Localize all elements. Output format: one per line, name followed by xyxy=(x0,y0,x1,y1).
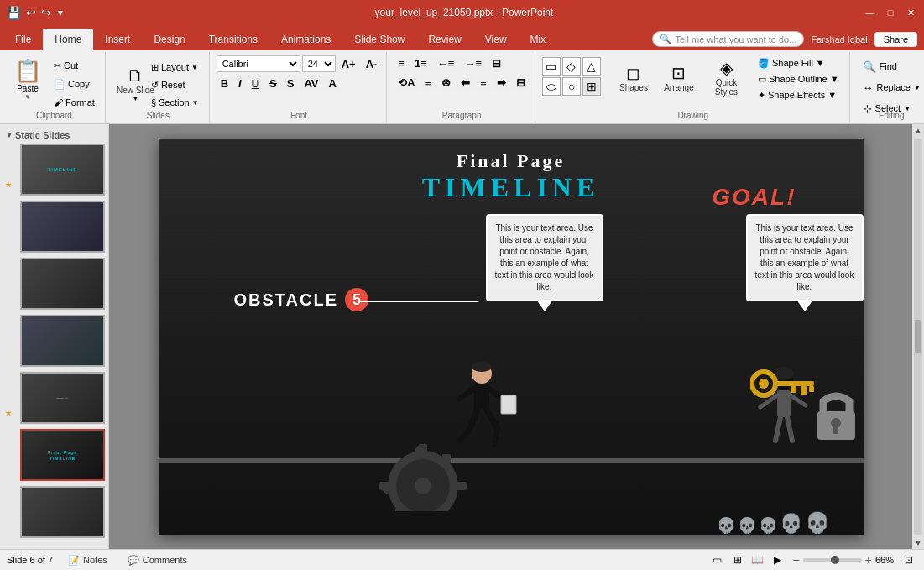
align-left-button[interactable]: ⬅ xyxy=(457,75,474,91)
tab-design[interactable]: Design xyxy=(142,29,196,50)
copy-button[interactable]: 📄 Copy xyxy=(49,76,100,92)
svg-rect-31 xyxy=(801,386,807,395)
slide-canvas[interactable]: Final Page TIMELINE GOAL! This is your t… xyxy=(159,139,864,535)
scroll-thumb[interactable] xyxy=(915,320,921,353)
font-family-select[interactable]: Calibri xyxy=(217,55,300,72)
format-painter-button[interactable]: 🖌 Format xyxy=(49,94,100,111)
tab-slideshow[interactable]: Slide Show xyxy=(342,29,416,50)
section-button[interactable]: § Section ▼ xyxy=(146,94,204,111)
align-text-button[interactable]: ≡ xyxy=(421,75,436,91)
quick-styles-button[interactable]: ◈ Quick Styles xyxy=(703,55,749,99)
zoom-handle[interactable] xyxy=(831,556,839,564)
canvas-area[interactable]: Final Page TIMELINE GOAL! This is your t… xyxy=(109,124,912,549)
slide-sorter-button[interactable]: ⊞ xyxy=(729,552,746,567)
align-right-button[interactable]: ➡ xyxy=(493,75,510,91)
restore-button[interactable]: □ xyxy=(884,6,897,19)
title-left: 💾 ↩ ↪ ▼ xyxy=(7,6,65,19)
layout-button[interactable]: ⊞ Layout ▼ xyxy=(146,59,204,76)
cut-button[interactable]: ✂ Cut xyxy=(49,57,100,74)
zoom-in-button[interactable]: + xyxy=(865,553,872,567)
share-button[interactable]: Share xyxy=(874,32,917,47)
replace-button[interactable]: ↔ Replace ▼ xyxy=(857,78,924,97)
reset-button[interactable]: ↺ Reset xyxy=(146,76,204,93)
obstacle-num: 5 xyxy=(345,288,368,311)
font-size-select[interactable]: 24 xyxy=(302,55,336,72)
shape-effects-button[interactable]: ✦ Shape Effects ▼ xyxy=(753,88,844,102)
comments-button[interactable]: 💬 Comments xyxy=(123,555,192,566)
arrange-button[interactable]: ⊡ Arrange xyxy=(658,55,700,99)
align-center-button[interactable]: ≡ xyxy=(476,75,491,91)
shape-outline-button[interactable]: ▭ Shape Outline ▼ xyxy=(753,72,844,86)
minimize-button[interactable]: — xyxy=(864,6,877,19)
right-scrollbar[interactable]: ▲ ▼ xyxy=(912,124,924,549)
slide-thumb-3[interactable] xyxy=(20,258,105,310)
zoom-area: − + 66% xyxy=(793,553,894,567)
reading-view-button[interactable]: 📖 xyxy=(749,552,766,567)
tab-home[interactable]: Home xyxy=(43,29,93,50)
char-spacing-button[interactable]: AV xyxy=(300,76,322,92)
shape-fill-button[interactable]: 🪣 Shape Fill ▼ xyxy=(753,56,844,71)
bullets-button[interactable]: ≡ xyxy=(394,55,409,71)
shape-more[interactable]: ⊞ xyxy=(582,77,601,96)
shadow-button[interactable]: S xyxy=(283,76,299,92)
paste-button[interactable]: 📋 Paste ▼ xyxy=(8,55,47,112)
scroll-up-arrow[interactable]: ▲ xyxy=(912,124,924,137)
close-button[interactable]: ✕ xyxy=(904,6,917,19)
shapes-button[interactable]: ◻ Shapes xyxy=(613,55,655,99)
shape-thumb-5[interactable]: ○ xyxy=(562,77,581,96)
smartart-button[interactable]: ⊛ xyxy=(437,75,455,91)
strikethrough-button[interactable]: S xyxy=(265,76,281,92)
scroll-down-arrow[interactable]: ▼ xyxy=(912,536,924,549)
undo-icon[interactable]: ↩ xyxy=(26,6,36,19)
paste-icon: 📋 xyxy=(14,58,41,84)
zoom-slider[interactable] xyxy=(803,558,862,562)
justify-button[interactable]: ⊟ xyxy=(512,75,530,91)
speech-bubble-right[interactable]: This is your text area. Use this area to… xyxy=(746,214,864,301)
slide-thumb-2[interactable] xyxy=(20,201,105,253)
tab-review[interactable]: Review xyxy=(416,29,472,50)
shape-fill-icon: 🪣 xyxy=(758,58,770,69)
font-size-increase[interactable]: A+ xyxy=(337,56,360,72)
decrease-indent-button[interactable]: ←≡ xyxy=(433,55,459,71)
slide-thumb-5[interactable]: ──→ xyxy=(20,372,105,424)
notes-label: Notes xyxy=(83,555,107,565)
columns-button[interactable]: ⊟ xyxy=(488,55,505,71)
slide-thumb-1[interactable]: TIMELINE xyxy=(20,144,105,196)
slide-thumb-7[interactable] xyxy=(20,486,105,538)
increase-indent-button[interactable]: →≡ xyxy=(460,55,486,71)
svg-rect-30 xyxy=(774,381,814,386)
tab-transitions[interactable]: Transitions xyxy=(197,29,269,50)
status-bar: Slide 6 of 7 📝 Notes 💬 Comments ▭ ⊞ 📖 ▶ … xyxy=(0,549,924,570)
find-button[interactable]: 🔍 Find xyxy=(857,57,924,76)
font-size-decrease[interactable]: A- xyxy=(362,56,382,72)
numbering-button[interactable]: 1≡ xyxy=(410,55,431,71)
customize-icon[interactable]: ▼ xyxy=(56,8,65,18)
shape-thumb-2[interactable]: ◇ xyxy=(562,57,581,76)
slide-thumb-4[interactable] xyxy=(20,315,105,367)
zoom-out-button[interactable]: − xyxy=(793,553,800,567)
fit-slide-button[interactable]: ⊡ xyxy=(901,552,917,567)
save-icon[interactable]: 💾 xyxy=(7,6,21,19)
font-color-button[interactable]: A xyxy=(325,76,341,92)
tell-me-input[interactable]: 🔍 Tell me what you want to do... xyxy=(652,31,804,47)
notes-button[interactable]: 📝 Notes xyxy=(63,555,112,566)
text-direction-button[interactable]: ⟲A xyxy=(394,75,419,91)
tab-file[interactable]: File xyxy=(3,29,43,50)
shape-thumb-1[interactable]: ▭ xyxy=(542,57,561,76)
slideshow-button[interactable]: ▶ xyxy=(770,552,786,567)
shape-thumb-3[interactable]: △ xyxy=(582,57,601,76)
italic-button[interactable]: I xyxy=(234,76,246,92)
speech-bubble-left[interactable]: This is your text area. Use this area to… xyxy=(486,214,603,301)
tab-animations[interactable]: Animations xyxy=(269,29,342,50)
scroll-track[interactable] xyxy=(914,139,922,535)
collapse-icon[interactable]: ▾ xyxy=(7,129,12,140)
slide-thumb-6[interactable]: Final Page TIMELINE xyxy=(20,429,105,481)
tab-insert[interactable]: Insert xyxy=(93,29,142,50)
tab-view[interactable]: View xyxy=(473,29,519,50)
shape-thumb-4[interactable]: ⬭ xyxy=(542,77,561,96)
tab-mix[interactable]: Mix xyxy=(519,29,558,50)
redo-icon[interactable]: ↪ xyxy=(41,6,51,19)
bold-button[interactable]: B xyxy=(217,76,232,92)
normal-view-button[interactable]: ▭ xyxy=(709,552,726,567)
underline-button[interactable]: U xyxy=(248,76,264,92)
